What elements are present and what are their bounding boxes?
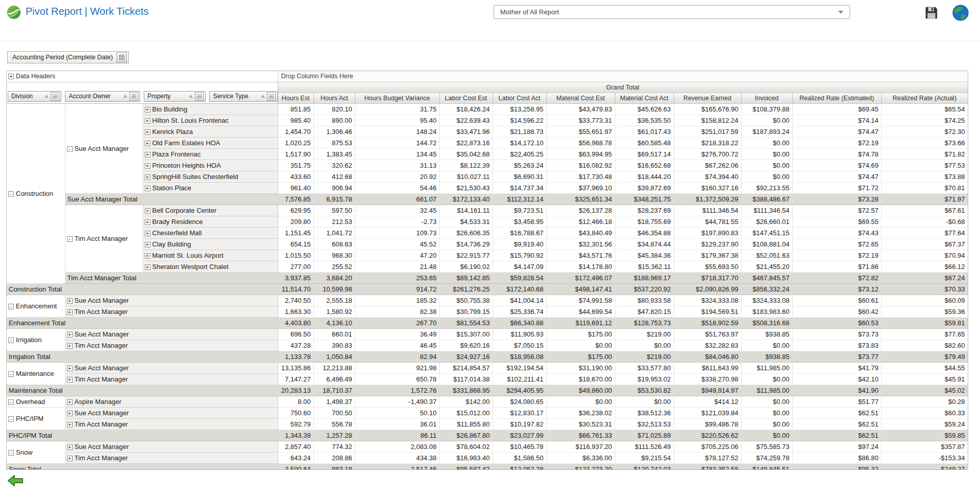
collapse-icon[interactable]: - <box>67 146 73 152</box>
row-header-cell: -Overhead <box>7 396 65 407</box>
accounting-period-field[interactable]: Accounting Period (Complete Date) <box>7 51 129 63</box>
expand-icon[interactable]: + <box>67 456 73 461</box>
filter-icon[interactable] <box>51 92 59 101</box>
back-arrow-button[interactable] <box>7 475 24 487</box>
column-header[interactable]: Material Cost Est <box>546 93 615 103</box>
column-header[interactable]: Labor Cost Est <box>439 93 493 103</box>
value-cell: $0.00 <box>741 160 792 171</box>
expand-icon[interactable]: + <box>145 264 150 270</box>
value-cell: $71.72 <box>792 182 881 193</box>
expand-icon[interactable]: + <box>145 253 150 259</box>
column-header[interactable]: Material Cost Act <box>615 93 674 103</box>
value-cell: $0.00 <box>741 396 792 407</box>
filter-icon[interactable] <box>195 92 204 101</box>
expand-icon[interactable]: + <box>145 231 150 236</box>
column-header[interactable]: Realized Rate (Estimated) <box>792 93 881 103</box>
value-cell: 320.62 <box>314 160 355 171</box>
value-cell: $0.00 <box>741 407 792 418</box>
value-cell: $15,012.00 <box>439 407 493 418</box>
value-cell: $0.00 <box>741 430 792 441</box>
collapse-icon[interactable]: - <box>8 338 14 343</box>
row-header-cell: Tim Acct Manager Total <box>65 272 278 283</box>
expand-icon[interactable]: + <box>67 343 73 349</box>
value-cell: $23,027.99 <box>493 430 546 441</box>
field-settings-button[interactable] <box>117 52 127 62</box>
column-header[interactable]: Revenue Earned <box>674 93 741 103</box>
row-label: Tim Acct Manager <box>75 375 128 383</box>
expand-icon[interactable]: + <box>67 309 73 315</box>
expand-icon[interactable]: + <box>145 107 150 113</box>
value-cell: $12,052.28 <box>493 463 546 470</box>
report-dropdown[interactable]: Mother of All Report <box>494 5 850 19</box>
expand-icon[interactable]: + <box>145 152 150 158</box>
value-cell: 968.30 <box>314 250 355 261</box>
sort-icon[interactable] <box>189 95 193 98</box>
expand-icon[interactable]: + <box>67 422 73 428</box>
expand-icon[interactable]: + <box>145 219 150 225</box>
column-header[interactable]: Hours Est <box>278 93 314 103</box>
value-cell: $276,700.72 <box>674 148 741 160</box>
collapse-icon[interactable]: - <box>8 416 14 422</box>
column-header[interactable]: Hours Budget Variance <box>355 93 439 103</box>
pivot-row: +Tim Acct Manager437.28390.8346.45$9,620… <box>7 340 968 351</box>
sort-icon[interactable] <box>123 95 127 98</box>
row-header-cell: -Sue Acct Manager <box>65 103 143 193</box>
collapse-icon[interactable]: - <box>8 371 14 377</box>
value-cell: 351.75 <box>278 160 314 171</box>
expand-icon[interactable]: + <box>67 366 73 371</box>
value-cell: 1,517.90 <box>278 148 314 160</box>
expand-icon[interactable]: + <box>145 163 150 169</box>
expand-icon[interactable]: + <box>67 377 73 383</box>
value-cell: $111,526.49 <box>615 441 674 452</box>
value-cell: $331,868.95 <box>439 385 493 396</box>
expand-icon[interactable]: + <box>145 174 150 180</box>
filter-icon[interactable] <box>129 92 138 101</box>
value-cell: $10,027.11 <box>439 171 493 182</box>
value-cell: $32,513.53 <box>615 418 674 430</box>
value-cell: 700.50 <box>314 407 355 418</box>
value-cell: 45.52 <box>355 238 439 250</box>
column-header[interactable]: Realized Rate (Actual) <box>881 93 968 103</box>
sort-icon[interactable] <box>261 95 265 98</box>
expand-icon[interactable]: + <box>145 208 150 214</box>
globe-icon[interactable] <box>951 4 970 22</box>
row-header-cell: +Old Farm Estates HOA <box>143 137 278 148</box>
expand-icon[interactable]: + <box>67 399 73 405</box>
sort-icon[interactable] <box>44 95 49 98</box>
value-cell: 2,857.40 <box>278 441 314 452</box>
column-header[interactable]: Invoiced <box>741 93 792 103</box>
value-cell: $16,082.92 <box>546 160 615 171</box>
expand-icon[interactable]: + <box>8 74 14 79</box>
collapse-icon[interactable]: - <box>8 399 14 405</box>
value-cell: $71,025.89 <box>615 430 674 441</box>
value-cell: 592.79 <box>278 418 314 430</box>
value-cell: $22,873.16 <box>439 137 493 148</box>
collapse-icon[interactable]: - <box>8 450 14 456</box>
drop-column-area[interactable]: Drop Column Fields Here <box>278 71 968 82</box>
expand-icon[interactable]: + <box>145 186 150 191</box>
pivot-row: +Marriott St. Louis Airport1,015.50968.3… <box>7 250 968 261</box>
expand-icon[interactable]: + <box>145 118 150 124</box>
filter-icon[interactable] <box>267 92 276 101</box>
pivot-row: +Princeton Heights HOA351.75320.6231.13$… <box>7 160 968 171</box>
collapse-icon[interactable]: - <box>8 304 14 309</box>
field-service-type[interactable]: Service Type <box>209 91 277 102</box>
expand-icon[interactable]: + <box>145 129 150 135</box>
column-header[interactable]: Hours Act <box>314 93 355 103</box>
expand-icon[interactable]: + <box>67 332 73 338</box>
value-cell: $65.54 <box>881 103 968 115</box>
save-icon[interactable] <box>924 5 939 20</box>
collapse-icon[interactable]: - <box>67 236 73 242</box>
expand-icon[interactable]: + <box>145 242 150 248</box>
column-header[interactable]: Labor Cost Act <box>493 93 546 103</box>
field-account-owner[interactable]: Account Owner <box>65 91 140 102</box>
expand-icon[interactable]: + <box>145 141 150 146</box>
field-property[interactable]: Property <box>144 91 206 102</box>
expand-icon[interactable]: + <box>67 298 73 304</box>
expand-icon[interactable]: + <box>67 411 73 416</box>
field-division[interactable]: Division <box>8 91 61 102</box>
row-label: Tim Acct Manager <box>75 235 128 242</box>
expand-icon[interactable]: + <box>67 444 73 450</box>
value-cell: $0.00 <box>741 171 792 182</box>
collapse-icon[interactable]: - <box>8 191 14 197</box>
